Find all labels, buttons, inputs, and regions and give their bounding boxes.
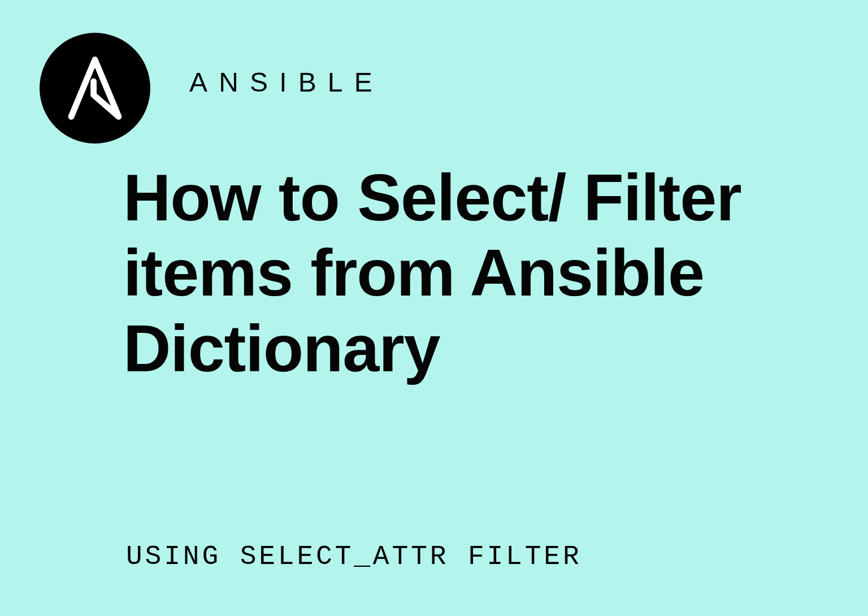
ansible-logo-circle [40, 33, 150, 144]
subtitle-text-content: USING SELECT_ATTR FILTER [126, 541, 582, 572]
ansible-logo-icon [61, 54, 129, 122]
subtitle: USING SELECT_ATTR FILTER [126, 541, 582, 572]
brand-label: ANSIBLE [189, 67, 384, 98]
title-text-content: How to Select/ Filter items from Ansible… [123, 160, 741, 385]
main-title: How to Select/ Filter items from Ansible… [123, 160, 868, 386]
brand-text-content: ANSIBLE [189, 67, 384, 97]
